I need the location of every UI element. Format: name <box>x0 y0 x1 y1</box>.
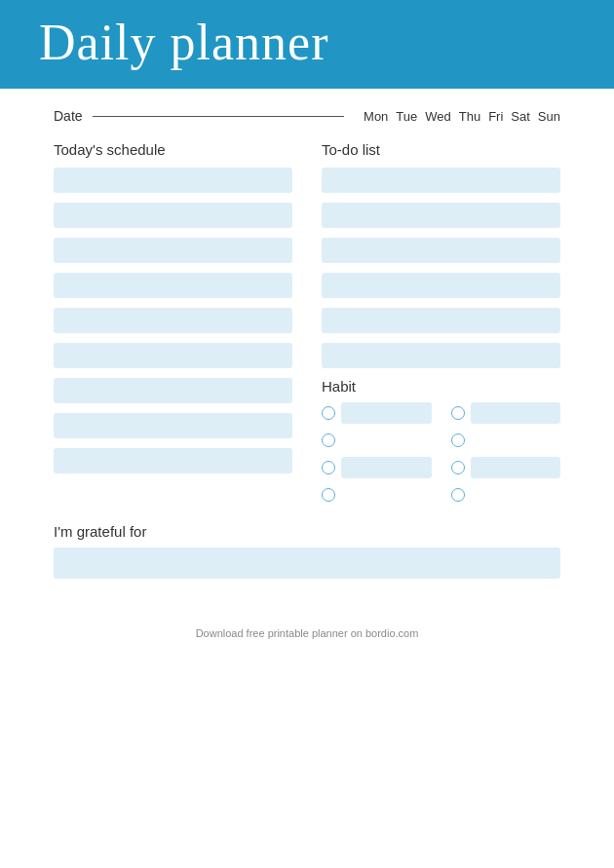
day-mon: Mon <box>364 109 388 124</box>
grateful-title: I'm grateful for <box>54 523 560 540</box>
page-title: Daily planner <box>39 14 575 71</box>
footer: Download free printable planner on bordi… <box>0 627 614 659</box>
habit-row-4-left <box>322 488 432 502</box>
grateful-box[interactable] <box>54 547 560 579</box>
habit-section: Habit <box>322 378 560 508</box>
todo-row-6[interactable] <box>322 343 560 368</box>
header: Daily planner <box>0 0 614 89</box>
days-row: Mon Tue Wed Thu Fri Sat Sun <box>364 109 560 124</box>
habit-circle-2[interactable] <box>451 406 465 420</box>
habit-grid <box>322 402 560 508</box>
footer-text: Download free printable planner on bordi… <box>196 627 419 639</box>
schedule-title: Today's schedule <box>54 141 292 158</box>
habit-box-1[interactable] <box>341 402 432 424</box>
habit-circle-5[interactable] <box>322 461 335 474</box>
habit-title: Habit <box>322 378 560 395</box>
habit-circle-1[interactable] <box>322 406 335 420</box>
schedule-row-8[interactable] <box>54 413 292 438</box>
habit-box-5[interactable] <box>341 457 432 478</box>
todo-row-4[interactable] <box>322 273 560 298</box>
todo-row-3[interactable] <box>322 238 560 263</box>
day-thu: Thu <box>459 109 480 124</box>
grateful-section: I'm grateful for <box>54 523 560 579</box>
habit-box-6[interactable] <box>471 457 561 478</box>
schedule-row-6[interactable] <box>54 343 292 368</box>
date-row: Date Mon Tue Wed Thu Fri Sat Sun <box>54 108 560 124</box>
habit-row-2-left <box>322 434 432 447</box>
habit-circle-3[interactable] <box>322 434 335 447</box>
day-sun: Sun <box>538 109 560 124</box>
schedule-row-9[interactable] <box>54 448 292 473</box>
todo-row-5[interactable] <box>322 308 560 333</box>
day-sat: Sat <box>511 109 530 124</box>
right-col: To-do list Habit <box>322 141 560 508</box>
schedule-row-5[interactable] <box>54 308 292 333</box>
habit-row-2-right <box>451 434 561 447</box>
schedule-section: Today's schedule <box>54 141 292 508</box>
day-fri: Fri <box>488 109 503 124</box>
schedule-row-3[interactable] <box>54 238 292 263</box>
habit-box-2[interactable] <box>471 402 561 424</box>
schedule-row-1[interactable] <box>54 168 292 193</box>
schedule-row-4[interactable] <box>54 273 292 298</box>
habit-row-1-left <box>322 402 432 424</box>
main-content: Date Mon Tue Wed Thu Fri Sat Sun Today's… <box>0 108 614 598</box>
schedule-row-7[interactable] <box>54 378 292 403</box>
habit-circle-6[interactable] <box>451 461 465 474</box>
day-wed: Wed <box>425 109 451 124</box>
habit-row-3-right <box>451 457 561 478</box>
todo-title: To-do list <box>322 141 560 158</box>
habit-circle-4[interactable] <box>451 434 465 447</box>
habit-row-3-left <box>322 457 432 478</box>
habit-row-1-right <box>451 402 561 424</box>
schedule-row-2[interactable] <box>54 203 292 228</box>
todo-row-2[interactable] <box>322 203 560 228</box>
todo-row-1[interactable] <box>322 168 560 193</box>
two-col-section: Today's schedule To-do list Habit <box>54 141 560 508</box>
habit-row-4-right <box>451 488 561 502</box>
habit-circle-7[interactable] <box>322 488 335 502</box>
habit-circle-8[interactable] <box>451 488 465 502</box>
day-tue: Tue <box>396 109 417 124</box>
date-label: Date <box>54 108 83 124</box>
date-line <box>93 116 344 117</box>
